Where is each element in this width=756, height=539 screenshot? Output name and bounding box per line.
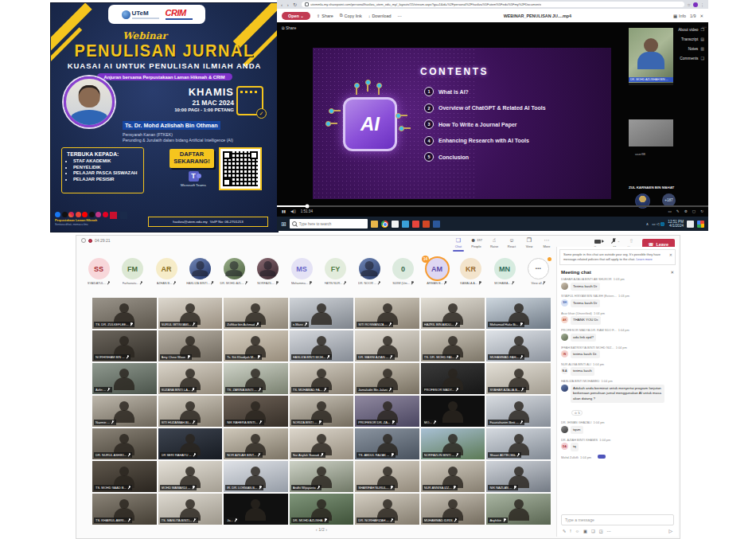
- send-icon[interactable]: ▷: [668, 528, 672, 533]
- participant-tile[interactable]: Amy Chew Woon: [158, 330, 223, 361]
- participant-tile[interactable]: NORFAZLIN BINTI ...: [421, 428, 485, 459]
- participant-avatar[interactable]: KR KAMALA A...: [455, 258, 487, 285]
- participant-tile[interactable]: MUHAMMAD IDRIS: [421, 494, 485, 525]
- address-bar[interactable]: utemmla-my.sharepoint.com/personal/hasli…: [302, 2, 684, 7]
- pip-icon[interactable]: ▭: [668, 209, 671, 213]
- participant-tile[interactable]: DR. MOHD AZLISHA: [290, 494, 354, 525]
- participant-avatar[interactable]: FY FATIN NUR...: [320, 258, 352, 285]
- share-button[interactable]: ⇧Share: [317, 14, 333, 18]
- participant-tile[interactable]: Andhi Wijayanto: [290, 461, 354, 492]
- participant-tile[interactable]: Nur Asylah Suwadi: [290, 428, 354, 459]
- start-button[interactable]: ⊞: [281, 221, 286, 228]
- close-icon[interactable]: ✕: [699, 14, 703, 18]
- participant-tile[interactable]: SITI ROSMANIZA ...: [355, 298, 419, 329]
- browser-nav-arrows[interactable]: ‹ › ↻: [281, 2, 298, 7]
- taskbar-clock[interactable]: 12:51 PM 4/1/2024: [668, 220, 684, 228]
- participant-tile[interactable]: TS. MUHAMAD FA...: [290, 363, 354, 394]
- participant-tile[interactable]: NUR ANNISA IZZ...: [421, 461, 485, 492]
- participant-tile[interactable]: Azlin ...: [92, 363, 157, 394]
- participant-tile[interactable]: NOR AZILAH BINT...: [224, 428, 288, 459]
- participant-tile[interactable]: SHARIFAH NURUL...: [355, 461, 419, 492]
- register-button[interactable]: DAFTAR SEKARANG!: [170, 149, 214, 168]
- participant-avatar[interactable]: DR. MOHD AZL...: [218, 258, 250, 285]
- view-button[interactable]: ❒ View: [524, 237, 535, 248]
- profile-avatar[interactable]: [693, 2, 698, 7]
- participant-tile[interactable]: DR. NURUL ASHIKI...: [92, 428, 157, 459]
- taskbar-app-icon[interactable]: [381, 221, 388, 228]
- compose-icon[interactable]: ✎: [563, 529, 566, 533]
- tray-chevron-icon[interactable]: ∧: [646, 222, 649, 226]
- chat-input[interactable]: Type a message: [561, 514, 674, 525]
- participant-tile[interactable]: SUZANA BINTI LA...: [158, 363, 223, 394]
- participant-tile[interactable]: Jamaludin Bin Jalani: [355, 363, 419, 394]
- participant-tile[interactable]: Mohamad Hafiz Bi...: [486, 298, 551, 329]
- participant-tile[interactable]: TS. DR. ZULKEFLEE...: [92, 298, 157, 329]
- participant-tile[interactable]: HAZRIL BIN ABDU...: [421, 298, 485, 329]
- participant-tile[interactable]: MO...: [421, 396, 485, 427]
- participant-tile[interactable]: Zulfikar bin Achmad: [224, 298, 288, 329]
- taskbar-app-icon[interactable]: [433, 221, 440, 228]
- sidebar-menu-item[interactable]: About video ❐: [678, 27, 704, 32]
- taskbar-app-icon[interactable]: [371, 221, 378, 228]
- taskbar-app-icon[interactable]: [392, 221, 399, 228]
- participant-tile[interactable]: NORHISHAM BIN ...: [92, 330, 157, 361]
- participant-tile[interactable]: NORIZA BINTI ...: [290, 396, 354, 427]
- participant-tile[interactable]: PROFESOR MADY...: [421, 363, 485, 394]
- participant-tile[interactable]: Shaari ADTECMik: [486, 428, 551, 459]
- chat-close-icon[interactable]: ✕: [670, 270, 674, 275]
- participant-avatar[interactable]: MS Mohamma...: [286, 258, 318, 285]
- participant-avatar[interactable]: HASLIZA BINTI...: [185, 258, 216, 285]
- react-button[interactable]: ☺ React: [506, 237, 517, 248]
- compose-icon[interactable]: ▣: [583, 529, 587, 533]
- participant-tile[interactable]: Ja...: [224, 494, 288, 525]
- banner-close-icon[interactable]: ✕: [669, 252, 672, 259]
- participant-tile[interactable]: DR. MASNI AZIAN ...: [355, 330, 419, 361]
- toolbar-more-icon[interactable]: ⋯: [397, 14, 401, 18]
- fullscreen-icon[interactable]: ▢: [692, 209, 696, 213]
- player-share-label[interactable]: ⧉ Share: [282, 25, 296, 31]
- notification-icon[interactable]: [687, 221, 694, 228]
- compose-icon[interactable]: !: [570, 529, 571, 533]
- taskbar-app-icon[interactable]: [402, 221, 409, 228]
- participant-tile[interactable]: Asyhikin: [486, 494, 551, 525]
- sidebar-menu-item[interactable]: Transcript ▤: [678, 37, 704, 41]
- participant-tile[interactable]: TS. MASLITA BINTI...: [158, 494, 223, 525]
- participant-avatar[interactable]: ⋯ View all: [523, 258, 555, 285]
- browser-menu-icon[interactable]: ⋮: [700, 2, 704, 7]
- participant-tile[interactable]: MOHD MAWARDI ...: [158, 461, 223, 492]
- copy-link-button[interactable]: ⧉Copy link: [340, 13, 362, 18]
- participant-tile[interactable]: HASLIZA BINTI MOH...: [290, 330, 354, 361]
- participant-tile[interactable]: SYAHAR AZALIA B...: [486, 363, 551, 394]
- sidebar-menu-item[interactable]: Notes ▥: [678, 46, 704, 51]
- message-reaction[interactable]: ☺ 5: [571, 410, 583, 416]
- participant-tile[interactable]: IR. DR. LOKMAN B...: [224, 461, 288, 492]
- participant-tile[interactable]: TS. KHAIRUL AMRI...: [92, 494, 157, 525]
- loop-icon[interactable]: ↻: [700, 209, 703, 213]
- compose-icon[interactable]: ◳: [599, 529, 603, 533]
- participant-avatar[interactable]: 14 AM ARMAN B...: [421, 258, 453, 285]
- participant-tile[interactable]: SITI HUZAIMAH BI...: [158, 396, 223, 427]
- compose-icon[interactable]: ❏: [591, 529, 595, 533]
- participant-tile[interactable]: MUHAMMAD FAH...: [486, 330, 551, 361]
- participant-tile[interactable]: Fauziahanim Binti ...: [486, 396, 551, 427]
- participant-avatar[interactable]: DR. NOOR ...: [353, 258, 385, 285]
- new-messages-button[interactable]: [598, 455, 606, 459]
- learn-more-link[interactable]: Learn more: [636, 257, 652, 261]
- participant-tile[interactable]: NIK NAZLAN ...: [486, 461, 551, 492]
- star-icon[interactable]: ☆: [688, 2, 691, 7]
- taskbar-search[interactable]: Type here to search: [290, 219, 368, 228]
- participant-avatar[interactable]: NORFAZIL...: [252, 258, 284, 285]
- participant-avatar[interactable]: SS SYAIDATUL...: [83, 258, 115, 285]
- participant-tile[interactable]: Nazmin ...: [92, 396, 157, 427]
- volume-icon[interactable]: ◀)): [290, 209, 296, 213]
- participant-tile[interactable]: TS. DR. MOHD FAI...: [421, 330, 485, 361]
- pause-icon[interactable]: ▮▮: [282, 209, 286, 213]
- participant-tile[interactable]: e-Mass: [290, 298, 354, 329]
- taskbar-app-icon[interactable]: [412, 221, 419, 228]
- taskbar-app-icon[interactable]: [423, 221, 430, 228]
- participant-tile[interactable]: TS. ABDUL RAZAK ...: [355, 428, 419, 459]
- participant-tile[interactable]: DR SERI RAHAYU ...: [158, 428, 223, 459]
- compose-icon[interactable]: ⋯: [607, 529, 611, 533]
- open-button[interactable]: Open ⌄: [282, 12, 310, 20]
- raise-hand-button[interactable]: ☝ Raise: [489, 237, 500, 248]
